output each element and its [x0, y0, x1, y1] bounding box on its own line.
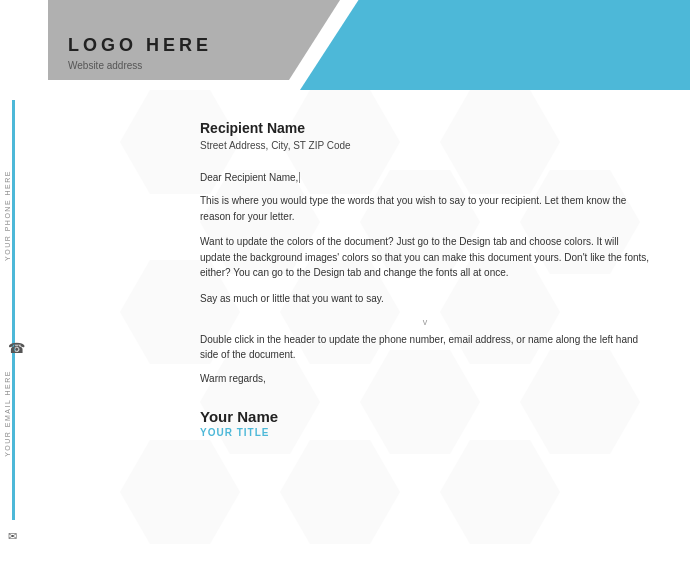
email-icon: ✉: [8, 530, 17, 543]
email-label: YOUR EMAIL HERE: [4, 370, 11, 457]
salutation: Dear Recipient Name,: [200, 172, 300, 183]
sender-title: YOUR TITLE: [200, 427, 650, 438]
sender-name: Your Name: [200, 408, 650, 425]
phone-icon: ☎: [8, 340, 25, 356]
website-address: Website address: [68, 60, 212, 71]
header-area: LOGO HERE Website address: [48, 25, 232, 81]
phone-label: YOUR PHONE HERE: [4, 170, 11, 261]
chevron-decoration: v: [200, 316, 650, 330]
top-blue-shape: [300, 0, 690, 90]
closing: Warm regards,: [200, 373, 650, 384]
recipient-name: Recipient Name: [200, 120, 650, 136]
left-sidebar: YOUR PHONE HERE ☎ YOUR EMAIL HERE ✉: [0, 0, 48, 569]
letter-body: This is where you would type the words t…: [200, 193, 650, 363]
paragraph-4: Double click in the header to update the…: [200, 332, 650, 363]
paragraph-1: This is where you would type the words t…: [200, 193, 650, 224]
main-content: Recipient Name Street Address, City, ST …: [180, 100, 670, 549]
page: YOUR PHONE HERE ☎ YOUR EMAIL HERE ✉ LOGO…: [0, 0, 690, 569]
logo-text: LOGO HERE: [68, 35, 212, 56]
recipient-address: Street Address, City, ST ZIP Code: [200, 140, 650, 151]
accent-line: [12, 100, 15, 520]
paragraph-2: Want to update the colors of the documen…: [200, 234, 650, 281]
paragraph-3: Say as much or little that you want to s…: [200, 291, 650, 307]
